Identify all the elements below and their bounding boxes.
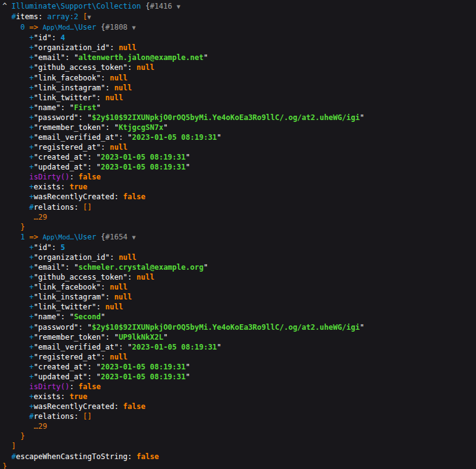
quote: " bbox=[87, 113, 91, 122]
punctuation bbox=[96, 23, 101, 32]
punctuation bbox=[2, 33, 29, 42]
property-key: "password" bbox=[34, 113, 79, 122]
visibility-sigil: + bbox=[29, 263, 33, 272]
property-key: "id" bbox=[34, 33, 52, 42]
visibility-sigil: + bbox=[29, 113, 33, 122]
visibility-sigil: + bbox=[29, 33, 33, 42]
punctuation bbox=[2, 312, 29, 321]
punctuation: : bbox=[61, 392, 69, 401]
visibility-sigil: + bbox=[29, 163, 33, 171]
punctuation: : bbox=[74, 203, 83, 212]
punctuation: : bbox=[101, 283, 109, 291]
dump-line: +"link_twitter": null bbox=[2, 303, 123, 311]
property-value: [] bbox=[83, 412, 91, 421]
quote: " bbox=[127, 343, 132, 351]
class-name: Illuminate\Support\Collection bbox=[11, 2, 141, 11]
property-value: altenwerth.jalon@example.net bbox=[79, 53, 203, 62]
punctuation bbox=[2, 103, 29, 112]
class-name-abbrev: App\Mod… bbox=[43, 233, 74, 241]
quote: " bbox=[74, 53, 79, 62]
array-note: array:2 bbox=[47, 12, 79, 21]
dump-line: +"link_facebook": null bbox=[2, 283, 127, 291]
quote: " bbox=[163, 123, 168, 132]
punctuation: : bbox=[61, 312, 69, 321]
punctuation: : bbox=[114, 192, 123, 201]
punctuation bbox=[2, 163, 29, 171]
punctuation bbox=[2, 323, 29, 332]
property-value: UP9lkNkX2L bbox=[119, 333, 163, 342]
collapse-toggle-icon[interactable]: ▼ bbox=[132, 234, 136, 241]
punctuation: : bbox=[109, 43, 118, 52]
property-key: "password" bbox=[34, 323, 79, 332]
visibility-sigil: # bbox=[11, 12, 15, 21]
property-value: null bbox=[109, 283, 127, 291]
dump-line: +"email_verified_at": "2023-01-05 08:19:… bbox=[2, 133, 221, 142]
property-key: wasRecentlyCreated bbox=[34, 402, 114, 411]
property-key: wasRecentlyCreated bbox=[34, 192, 114, 201]
punctuation: [ bbox=[79, 12, 87, 21]
visibility-sigil: + bbox=[29, 53, 33, 62]
property-value: false bbox=[137, 452, 159, 461]
property-key: "email" bbox=[34, 53, 66, 62]
property-key: "registered_at" bbox=[34, 143, 101, 152]
dump-line: +"created_at": "2023-01-05 08:19:31" bbox=[2, 363, 190, 371]
property-key: "registered_at" bbox=[34, 353, 101, 361]
dump-line: +wasRecentlyCreated: false bbox=[2, 402, 145, 411]
visibility-sigil: + bbox=[29, 273, 33, 282]
visibility-sigil: + bbox=[29, 74, 33, 82]
collapse-toggle-icon[interactable]: ▼ bbox=[177, 3, 181, 10]
visibility-sigil: + bbox=[29, 353, 33, 361]
visibility-sigil: + bbox=[29, 323, 33, 332]
quote: " bbox=[127, 133, 132, 142]
quote: " bbox=[87, 323, 91, 332]
property-key: "created_at" bbox=[34, 363, 88, 371]
punctuation bbox=[2, 123, 29, 132]
dump-line: +"registered_at": null bbox=[2, 353, 127, 361]
collapse-toggle-icon[interactable]: ▼ bbox=[132, 24, 136, 31]
property-value: 2023-01-05 08:19:31 bbox=[101, 372, 185, 381]
property-key: "link_facebook" bbox=[34, 283, 101, 291]
collapse-toggle-icon[interactable]: ▼ bbox=[87, 14, 91, 20]
dump-line: #escapeWhenCastingToString: false bbox=[2, 452, 159, 461]
dump-line: 1 => App\Mod…\User {#1654 ▼ bbox=[2, 233, 136, 241]
punctuation bbox=[2, 253, 29, 262]
quote: " bbox=[185, 372, 190, 381]
punctuation: : bbox=[101, 353, 109, 361]
quote: " bbox=[96, 163, 101, 171]
dump-line: +"remember_token": "KtjgcgSN7x" bbox=[2, 123, 168, 132]
quote: " bbox=[203, 263, 208, 272]
property-value: 2023-01-05 08:19:31 bbox=[101, 363, 185, 371]
quote: " bbox=[101, 312, 105, 321]
quote: " bbox=[96, 363, 101, 371]
visibility-sigil: + bbox=[29, 43, 33, 52]
property-value: false bbox=[123, 192, 145, 201]
property-key: "link_instagram" bbox=[34, 84, 106, 92]
property-key: relations bbox=[34, 412, 74, 421]
punctuation: ] bbox=[2, 442, 16, 450]
punctuation bbox=[2, 53, 29, 62]
dump-line: 0 => App\Mod…\User {#1808 ▼ bbox=[2, 23, 136, 32]
visibility-sigil: + bbox=[29, 63, 33, 72]
property-value: null bbox=[137, 273, 155, 282]
property-key: "link_facebook" bbox=[34, 74, 101, 82]
punctuation bbox=[127, 23, 132, 32]
punctuation: : bbox=[101, 74, 109, 82]
punctuation bbox=[2, 382, 29, 391]
punctuation bbox=[2, 183, 29, 191]
property-value: 2023-01-05 08:19:31 bbox=[101, 153, 185, 161]
class-name: \User bbox=[74, 23, 96, 32]
punctuation bbox=[2, 372, 29, 381]
property-value: 2023-01-05 08:19:31 bbox=[101, 163, 185, 171]
property-value: 2023-01-05 08:19:31 bbox=[132, 343, 217, 351]
punctuation: : bbox=[74, 412, 83, 421]
quote: " bbox=[69, 312, 74, 321]
quote: " bbox=[96, 103, 101, 112]
dump-line: isDirty(): false bbox=[2, 173, 101, 181]
dump-line: +exists: true bbox=[2, 183, 87, 191]
property-value: null bbox=[105, 303, 123, 311]
visibility-sigil: + bbox=[29, 183, 33, 191]
property-key: exists bbox=[34, 392, 61, 401]
dump-line: +"email": "schmeler.crystal@example.org" bbox=[2, 263, 208, 272]
dump-line: #relations: [] bbox=[2, 203, 92, 212]
property-value: 4 bbox=[61, 33, 65, 42]
